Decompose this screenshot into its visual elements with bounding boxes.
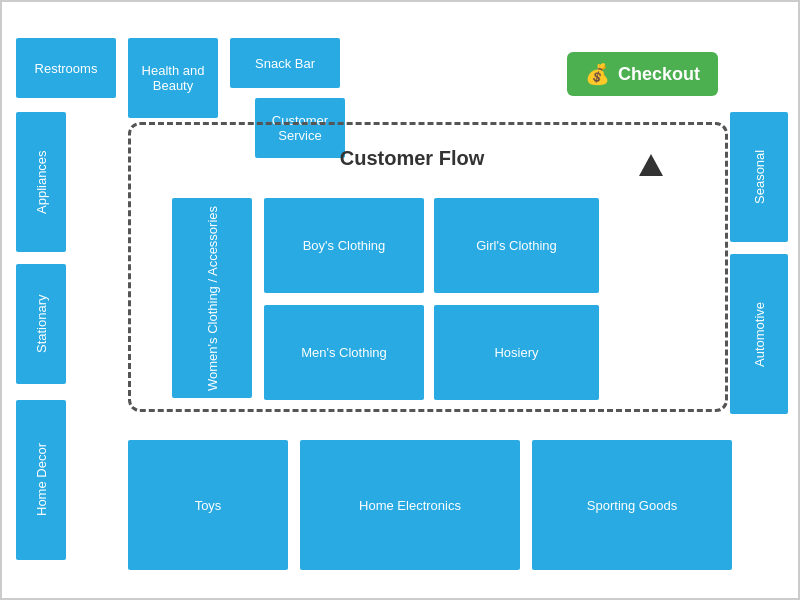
dept-home-electronics: Home Electronics [300,440,520,570]
checkout-label: Checkout [618,64,700,85]
checkout-button[interactable]: 💰 Checkout [567,52,718,96]
dept-seasonal: Seasonal [730,112,788,242]
dept-restrooms: Restrooms [16,38,116,98]
dept-appliances: Appliances [16,112,66,252]
dept-snack-bar: Snack Bar [230,38,340,88]
store-map: Restrooms Health and Beauty Snack Bar Cu… [0,0,800,600]
dept-home-decor: Home Decor [16,400,66,560]
dept-mens-clothing: Men's Clothing [264,305,424,400]
dept-health-beauty: Health and Beauty [128,38,218,118]
dept-customer-service: Customer Service [255,98,345,158]
arrow-up [639,154,663,176]
dept-stationary: Stationary [16,264,66,384]
dept-toys: Toys [128,440,288,570]
dept-sporting-goods: Sporting Goods [532,440,732,570]
dept-boys-clothing: Boy's Clothing [264,198,424,293]
dept-girls-clothing: Girl's Clothing [434,198,599,293]
dept-hosiery: Hosiery [434,305,599,400]
checkout-icon: 💰 [585,62,610,86]
dept-automotive: Automotive [730,254,788,414]
dept-womens-clothing: Women's Clothing / Accessories [172,198,252,398]
